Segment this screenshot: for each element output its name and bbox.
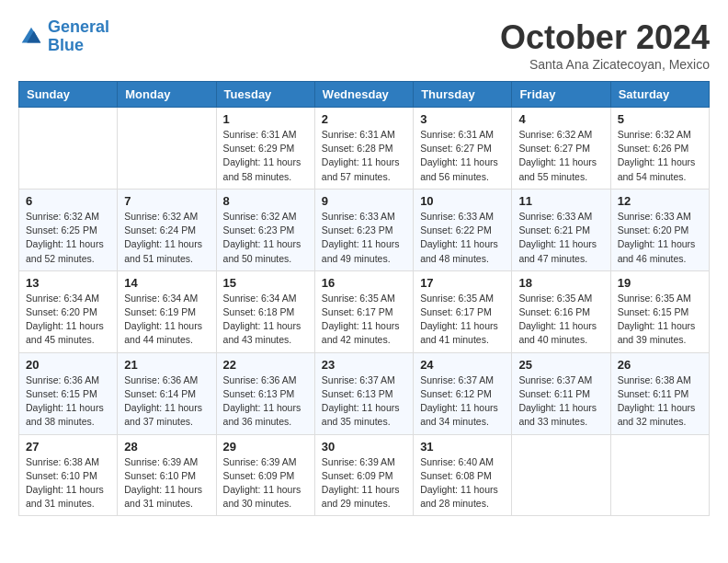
calendar-cell: 7 Sunrise: 6:32 AM Sunset: 6:24 PM Dayli…: [118, 189, 216, 270]
calendar-cell: 5 Sunrise: 6:32 AM Sunset: 6:26 PM Dayli…: [610, 108, 709, 190]
weekday-header: Sunday: [19, 82, 118, 108]
location-subtitle: Santa Ana Zicatecoyan, Mexico: [500, 57, 710, 72]
calendar-cell: 30 Sunrise: 6:39 AM Sunset: 6:09 PM Dayl…: [314, 434, 413, 516]
calendar-cell: [118, 108, 216, 190]
day-number: 15: [223, 276, 308, 290]
weekday-header: Tuesday: [216, 82, 314, 108]
day-info: Sunrise: 6:39 AM Sunset: 6:09 PM Dayligh…: [322, 455, 406, 511]
weekday-header: Wednesday: [314, 82, 413, 108]
day-info: Sunrise: 6:32 AM Sunset: 6:26 PM Dayligh…: [618, 128, 702, 184]
calendar-cell: 31 Sunrise: 6:40 AM Sunset: 6:08 PM Dayl…: [414, 434, 512, 516]
day-number: 11: [518, 194, 603, 208]
day-number: 26: [618, 358, 702, 372]
calendar-cell: 17 Sunrise: 6:35 AM Sunset: 6:17 PM Dayl…: [414, 270, 512, 352]
calendar-header-row: SundayMondayTuesdayWednesdayThursdayFrid…: [19, 82, 710, 108]
weekday-header: Friday: [512, 82, 610, 108]
day-info: Sunrise: 6:37 AM Sunset: 6:13 PM Dayligh…: [322, 373, 406, 430]
day-info: Sunrise: 6:36 AM Sunset: 6:14 PM Dayligh…: [124, 373, 209, 430]
calendar-cell: 27 Sunrise: 6:38 AM Sunset: 6:10 PM Dayl…: [19, 434, 118, 516]
day-number: 30: [322, 440, 406, 454]
calendar-cell: 8 Sunrise: 6:32 AM Sunset: 6:23 PM Dayli…: [216, 189, 314, 270]
calendar-cell: 11 Sunrise: 6:33 AM Sunset: 6:21 PM Dayl…: [512, 189, 610, 270]
page-header: General Blue October 2024 Santa Ana Zica…: [18, 18, 710, 72]
calendar-cell: 2 Sunrise: 6:31 AM Sunset: 6:28 PM Dayli…: [314, 108, 413, 190]
day-number: 10: [420, 194, 505, 208]
weekday-header: Saturday: [610, 82, 709, 108]
calendar-cell: 21 Sunrise: 6:36 AM Sunset: 6:14 PM Dayl…: [118, 352, 216, 434]
day-number: 6: [26, 194, 110, 208]
calendar-cell: 19 Sunrise: 6:35 AM Sunset: 6:15 PM Dayl…: [610, 270, 709, 352]
calendar-cell: [512, 434, 610, 516]
day-info: Sunrise: 6:33 AM Sunset: 6:22 PM Dayligh…: [420, 210, 505, 266]
day-number: 22: [223, 358, 308, 372]
calendar-cell: 4 Sunrise: 6:32 AM Sunset: 6:27 PM Dayli…: [512, 108, 610, 190]
calendar-cell: 29 Sunrise: 6:39 AM Sunset: 6:09 PM Dayl…: [216, 434, 314, 516]
calendar-table: SundayMondayTuesdayWednesdayThursdayFrid…: [18, 81, 710, 516]
day-number: 4: [518, 112, 603, 126]
calendar-week-row: 20 Sunrise: 6:36 AM Sunset: 6:15 PM Dayl…: [19, 352, 710, 434]
day-number: 3: [420, 112, 505, 126]
logo-icon: [18, 24, 44, 50]
day-number: 14: [124, 276, 209, 290]
day-number: 28: [124, 440, 209, 454]
day-info: Sunrise: 6:31 AM Sunset: 6:28 PM Dayligh…: [322, 128, 406, 184]
weekday-header: Monday: [118, 82, 216, 108]
day-info: Sunrise: 6:32 AM Sunset: 6:24 PM Dayligh…: [124, 210, 209, 266]
day-info: Sunrise: 6:33 AM Sunset: 6:23 PM Dayligh…: [322, 210, 406, 266]
day-info: Sunrise: 6:35 AM Sunset: 6:17 PM Dayligh…: [322, 292, 406, 348]
calendar-cell: 14 Sunrise: 6:34 AM Sunset: 6:19 PM Dayl…: [118, 270, 216, 352]
calendar-cell: 28 Sunrise: 6:39 AM Sunset: 6:10 PM Dayl…: [118, 434, 216, 516]
day-number: 18: [518, 276, 603, 290]
calendar-week-row: 27 Sunrise: 6:38 AM Sunset: 6:10 PM Dayl…: [19, 434, 710, 516]
day-info: Sunrise: 6:39 AM Sunset: 6:09 PM Dayligh…: [223, 455, 308, 511]
day-number: 5: [618, 112, 702, 126]
calendar-cell: 20 Sunrise: 6:36 AM Sunset: 6:15 PM Dayl…: [19, 352, 118, 434]
calendar-week-row: 1 Sunrise: 6:31 AM Sunset: 6:29 PM Dayli…: [19, 108, 710, 190]
day-info: Sunrise: 6:32 AM Sunset: 6:27 PM Dayligh…: [518, 128, 603, 184]
calendar-cell: 23 Sunrise: 6:37 AM Sunset: 6:13 PM Dayl…: [314, 352, 413, 434]
day-number: 27: [26, 440, 110, 454]
day-info: Sunrise: 6:36 AM Sunset: 6:15 PM Dayligh…: [26, 373, 110, 430]
calendar-cell: [19, 108, 118, 190]
month-title: October 2024: [500, 18, 710, 57]
calendar-week-row: 13 Sunrise: 6:34 AM Sunset: 6:20 PM Dayl…: [19, 270, 710, 352]
calendar-cell: 25 Sunrise: 6:37 AM Sunset: 6:11 PM Dayl…: [512, 352, 610, 434]
calendar-week-row: 6 Sunrise: 6:32 AM Sunset: 6:25 PM Dayli…: [19, 189, 710, 270]
day-info: Sunrise: 6:31 AM Sunset: 6:27 PM Dayligh…: [420, 128, 505, 184]
logo: General Blue: [18, 18, 109, 55]
calendar-cell: 12 Sunrise: 6:33 AM Sunset: 6:20 PM Dayl…: [610, 189, 709, 270]
logo-text: General Blue: [48, 18, 109, 55]
day-info: Sunrise: 6:35 AM Sunset: 6:17 PM Dayligh…: [420, 292, 505, 348]
day-number: 16: [322, 276, 406, 290]
day-info: Sunrise: 6:37 AM Sunset: 6:11 PM Dayligh…: [518, 373, 603, 430]
day-number: 24: [420, 358, 505, 372]
day-info: Sunrise: 6:34 AM Sunset: 6:18 PM Dayligh…: [223, 292, 308, 348]
day-info: Sunrise: 6:34 AM Sunset: 6:19 PM Dayligh…: [124, 292, 209, 348]
day-number: 25: [518, 358, 603, 372]
day-number: 7: [124, 194, 209, 208]
calendar-cell: 22 Sunrise: 6:36 AM Sunset: 6:13 PM Dayl…: [216, 352, 314, 434]
day-info: Sunrise: 6:31 AM Sunset: 6:29 PM Dayligh…: [223, 128, 308, 184]
day-info: Sunrise: 6:38 AM Sunset: 6:11 PM Dayligh…: [618, 373, 702, 430]
calendar-cell: 18 Sunrise: 6:35 AM Sunset: 6:16 PM Dayl…: [512, 270, 610, 352]
calendar-cell: 13 Sunrise: 6:34 AM Sunset: 6:20 PM Dayl…: [19, 270, 118, 352]
day-number: 29: [223, 440, 308, 454]
calendar-cell: 3 Sunrise: 6:31 AM Sunset: 6:27 PM Dayli…: [414, 108, 512, 190]
day-number: 19: [618, 276, 702, 290]
day-number: 17: [420, 276, 505, 290]
day-number: 2: [322, 112, 406, 126]
day-info: Sunrise: 6:35 AM Sunset: 6:15 PM Dayligh…: [618, 292, 702, 348]
day-number: 13: [26, 276, 110, 290]
calendar-cell: 16 Sunrise: 6:35 AM Sunset: 6:17 PM Dayl…: [314, 270, 413, 352]
day-number: 9: [322, 194, 406, 208]
day-info: Sunrise: 6:40 AM Sunset: 6:08 PM Dayligh…: [420, 455, 505, 511]
day-number: 23: [322, 358, 406, 372]
day-info: Sunrise: 6:33 AM Sunset: 6:20 PM Dayligh…: [618, 210, 702, 266]
day-number: 12: [618, 194, 702, 208]
day-number: 31: [420, 440, 505, 454]
calendar-cell: 10 Sunrise: 6:33 AM Sunset: 6:22 PM Dayl…: [414, 189, 512, 270]
day-info: Sunrise: 6:37 AM Sunset: 6:12 PM Dayligh…: [420, 373, 505, 430]
day-info: Sunrise: 6:32 AM Sunset: 6:25 PM Dayligh…: [26, 210, 110, 266]
calendar-cell: 9 Sunrise: 6:33 AM Sunset: 6:23 PM Dayli…: [314, 189, 413, 270]
day-info: Sunrise: 6:33 AM Sunset: 6:21 PM Dayligh…: [518, 210, 603, 266]
